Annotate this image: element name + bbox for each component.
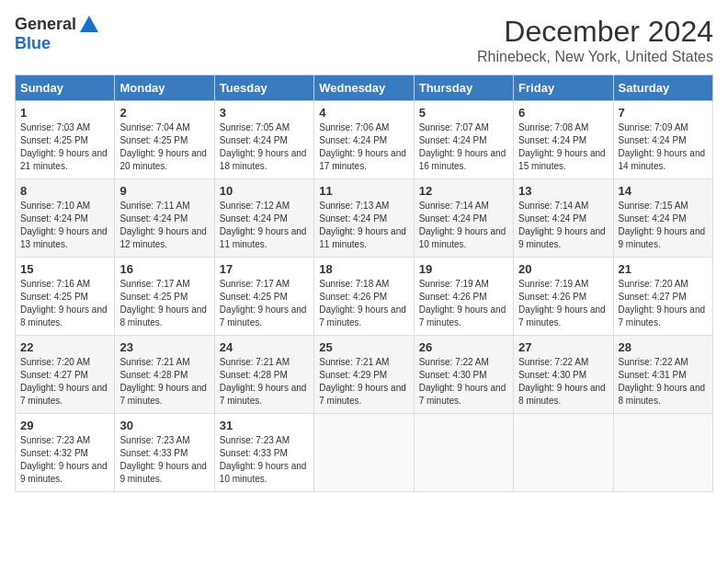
- page-subtitle: Rhinebeck, New York, United States: [477, 49, 713, 65]
- calendar-cell: 26Sunrise: 7:22 AMSunset: 4:30 PMDayligh…: [414, 336, 513, 414]
- day-number: 9: [119, 184, 209, 198]
- day-info: Sunrise: 7:21 AMSunset: 4:28 PMDaylight:…: [119, 357, 207, 406]
- calendar-cell: [414, 414, 513, 492]
- calendar-cell: 28Sunrise: 7:22 AMSunset: 4:31 PMDayligh…: [613, 336, 712, 414]
- calendar-cell: 15Sunrise: 7:16 AMSunset: 4:25 PMDayligh…: [16, 258, 115, 336]
- calendar-cell: 20Sunrise: 7:19 AMSunset: 4:26 PMDayligh…: [514, 258, 613, 336]
- page-title: December 2024: [477, 15, 713, 49]
- calendar-week-row: 8Sunrise: 7:10 AMSunset: 4:24 PMDaylight…: [16, 179, 713, 258]
- calendar-cell: 11Sunrise: 7:13 AMSunset: 4:24 PMDayligh…: [314, 179, 414, 258]
- day-number: 21: [619, 262, 708, 276]
- calendar-week-row: 22Sunrise: 7:20 AMSunset: 4:27 PMDayligh…: [16, 336, 713, 414]
- day-info: Sunrise: 7:19 AMSunset: 4:26 PMDaylight:…: [419, 279, 506, 327]
- calendar-cell: 23Sunrise: 7:21 AMSunset: 4:28 PMDayligh…: [115, 336, 214, 414]
- calendar-cell: 16Sunrise: 7:17 AMSunset: 4:25 PMDayligh…: [115, 258, 214, 336]
- calendar-cell: 2Sunrise: 7:04 AMSunset: 4:25 PMDaylight…: [115, 101, 214, 179]
- day-number: 3: [220, 106, 309, 120]
- calendar-cell: 6Sunrise: 7:08 AMSunset: 4:24 PMDaylight…: [514, 101, 613, 179]
- day-number: 13: [518, 184, 608, 198]
- logo-blue-text: Blue: [15, 34, 51, 53]
- day-info: Sunrise: 7:22 AMSunset: 4:30 PMDaylight:…: [419, 357, 506, 406]
- day-number: 30: [119, 419, 209, 432]
- logo-triangle-icon: [80, 16, 98, 32]
- column-header-friday: Friday: [514, 75, 613, 101]
- day-number: 4: [319, 106, 408, 120]
- day-number: 6: [518, 106, 608, 120]
- day-number: 31: [220, 419, 309, 432]
- day-info: Sunrise: 7:11 AMSunset: 4:24 PMDaylight:…: [119, 201, 207, 249]
- day-info: Sunrise: 7:23 AMSunset: 4:33 PMDaylight:…: [220, 435, 307, 484]
- day-info: Sunrise: 7:05 AMSunset: 4:24 PMDaylight:…: [220, 122, 307, 171]
- calendar-cell: 31Sunrise: 7:23 AMSunset: 4:33 PMDayligh…: [214, 414, 313, 492]
- calendar-cell: 29Sunrise: 7:23 AMSunset: 4:32 PMDayligh…: [16, 414, 115, 492]
- day-number: 16: [119, 262, 209, 276]
- calendar-cell: 19Sunrise: 7:19 AMSunset: 4:26 PMDayligh…: [414, 258, 513, 336]
- day-number: 23: [119, 340, 209, 354]
- day-info: Sunrise: 7:17 AMSunset: 4:25 PMDaylight:…: [119, 279, 207, 327]
- calendar-cell: 21Sunrise: 7:20 AMSunset: 4:27 PMDayligh…: [613, 258, 712, 336]
- day-info: Sunrise: 7:06 AMSunset: 4:24 PMDaylight:…: [319, 122, 406, 171]
- day-number: 24: [220, 340, 309, 354]
- day-number: 7: [619, 106, 708, 120]
- calendar-cell: 1Sunrise: 7:03 AMSunset: 4:25 PMDaylight…: [16, 101, 115, 179]
- page-header: General Blue December 2024 Rhinebeck, Ne…: [15, 15, 713, 65]
- day-number: 29: [20, 419, 109, 432]
- day-number: 5: [419, 106, 508, 120]
- day-info: Sunrise: 7:21 AMSunset: 4:28 PMDaylight:…: [220, 357, 307, 406]
- logo-general-text: General: [15, 15, 76, 34]
- day-info: Sunrise: 7:13 AMSunset: 4:24 PMDaylight:…: [319, 201, 406, 249]
- column-header-saturday: Saturday: [613, 75, 712, 101]
- calendar-cell: 24Sunrise: 7:21 AMSunset: 4:28 PMDayligh…: [214, 336, 313, 414]
- column-header-monday: Monday: [115, 75, 214, 101]
- day-info: Sunrise: 7:16 AMSunset: 4:25 PMDaylight:…: [20, 279, 108, 327]
- day-info: Sunrise: 7:14 AMSunset: 4:24 PMDaylight:…: [518, 201, 606, 249]
- day-info: Sunrise: 7:22 AMSunset: 4:31 PMDaylight:…: [619, 357, 706, 406]
- day-info: Sunrise: 7:15 AMSunset: 4:24 PMDaylight:…: [619, 201, 706, 249]
- calendar-cell: 13Sunrise: 7:14 AMSunset: 4:24 PMDayligh…: [514, 179, 613, 258]
- column-header-thursday: Thursday: [414, 75, 513, 101]
- calendar-cell: 25Sunrise: 7:21 AMSunset: 4:29 PMDayligh…: [314, 336, 414, 414]
- column-header-wednesday: Wednesday: [314, 75, 414, 101]
- day-number: 25: [319, 340, 408, 354]
- calendar-cell: 30Sunrise: 7:23 AMSunset: 4:33 PMDayligh…: [115, 414, 214, 492]
- day-info: Sunrise: 7:12 AMSunset: 4:24 PMDaylight:…: [220, 201, 307, 249]
- day-info: Sunrise: 7:23 AMSunset: 4:32 PMDaylight:…: [20, 435, 108, 484]
- calendar-week-row: 15Sunrise: 7:16 AMSunset: 4:25 PMDayligh…: [16, 258, 713, 336]
- calendar-cell: 27Sunrise: 7:22 AMSunset: 4:30 PMDayligh…: [514, 336, 613, 414]
- day-info: Sunrise: 7:14 AMSunset: 4:24 PMDaylight:…: [419, 201, 506, 249]
- day-number: 18: [319, 262, 408, 276]
- day-number: 20: [518, 262, 608, 276]
- column-header-tuesday: Tuesday: [214, 75, 313, 101]
- day-info: Sunrise: 7:20 AMSunset: 4:27 PMDaylight:…: [20, 357, 108, 406]
- calendar-cell: 4Sunrise: 7:06 AMSunset: 4:24 PMDaylight…: [314, 101, 414, 179]
- title-area: December 2024 Rhinebeck, New York, Unite…: [477, 15, 713, 65]
- day-number: 11: [319, 184, 408, 198]
- day-info: Sunrise: 7:19 AMSunset: 4:26 PMDaylight:…: [518, 279, 606, 327]
- calendar-cell: 5Sunrise: 7:07 AMSunset: 4:24 PMDaylight…: [414, 101, 513, 179]
- calendar-cell: [514, 414, 613, 492]
- logo: General Blue: [15, 15, 98, 53]
- calendar-table: SundayMondayTuesdayWednesdayThursdayFrid…: [15, 75, 713, 492]
- column-header-sunday: Sunday: [16, 75, 115, 101]
- day-info: Sunrise: 7:18 AMSunset: 4:26 PMDaylight:…: [319, 279, 406, 327]
- day-number: 8: [20, 184, 109, 198]
- calendar-week-row: 1Sunrise: 7:03 AMSunset: 4:25 PMDaylight…: [16, 101, 713, 179]
- calendar-header-row: SundayMondayTuesdayWednesdayThursdayFrid…: [16, 75, 713, 101]
- calendar-cell: 7Sunrise: 7:09 AMSunset: 4:24 PMDaylight…: [613, 101, 712, 179]
- calendar-cell: 8Sunrise: 7:10 AMSunset: 4:24 PMDaylight…: [16, 179, 115, 258]
- day-info: Sunrise: 7:22 AMSunset: 4:30 PMDaylight:…: [518, 357, 606, 406]
- calendar-cell: 3Sunrise: 7:05 AMSunset: 4:24 PMDaylight…: [214, 101, 313, 179]
- day-number: 19: [419, 262, 508, 276]
- day-number: 1: [20, 106, 109, 120]
- calendar-cell: 14Sunrise: 7:15 AMSunset: 4:24 PMDayligh…: [613, 179, 712, 258]
- day-number: 22: [20, 340, 109, 354]
- day-info: Sunrise: 7:23 AMSunset: 4:33 PMDaylight:…: [119, 435, 207, 484]
- day-info: Sunrise: 7:17 AMSunset: 4:25 PMDaylight:…: [220, 279, 307, 327]
- calendar-cell: 9Sunrise: 7:11 AMSunset: 4:24 PMDaylight…: [115, 179, 214, 258]
- calendar-cell: 12Sunrise: 7:14 AMSunset: 4:24 PMDayligh…: [414, 179, 513, 258]
- day-number: 14: [619, 184, 708, 198]
- day-info: Sunrise: 7:04 AMSunset: 4:25 PMDaylight:…: [119, 122, 207, 171]
- calendar-cell: [613, 414, 712, 492]
- day-number: 28: [619, 340, 708, 354]
- day-number: 12: [419, 184, 508, 198]
